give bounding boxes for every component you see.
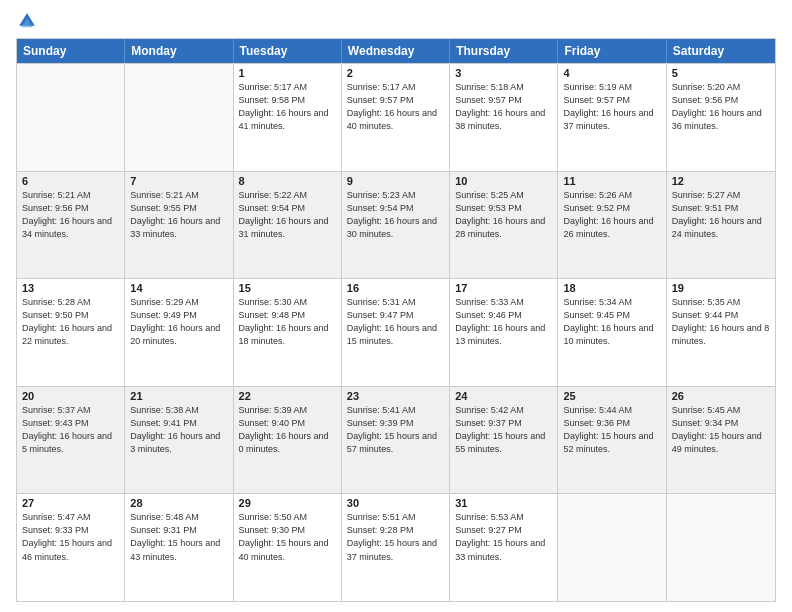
header-cell-sunday: Sunday bbox=[17, 39, 125, 63]
day-number: 8 bbox=[239, 175, 336, 187]
day-number: 24 bbox=[455, 390, 552, 402]
day-number: 16 bbox=[347, 282, 444, 294]
day-cell-14: 14Sunrise: 5:29 AM Sunset: 9:49 PM Dayli… bbox=[125, 279, 233, 386]
day-info: Sunrise: 5:26 AM Sunset: 9:52 PM Dayligh… bbox=[563, 189, 660, 241]
day-cell-16: 16Sunrise: 5:31 AM Sunset: 9:47 PM Dayli… bbox=[342, 279, 450, 386]
header-cell-friday: Friday bbox=[558, 39, 666, 63]
day-number: 10 bbox=[455, 175, 552, 187]
day-number: 28 bbox=[130, 497, 227, 509]
day-number: 3 bbox=[455, 67, 552, 79]
day-cell-7: 7Sunrise: 5:21 AM Sunset: 9:55 PM Daylig… bbox=[125, 172, 233, 279]
day-cell-11: 11Sunrise: 5:26 AM Sunset: 9:52 PM Dayli… bbox=[558, 172, 666, 279]
day-cell-1: 1Sunrise: 5:17 AM Sunset: 9:58 PM Daylig… bbox=[234, 64, 342, 171]
day-cell-18: 18Sunrise: 5:34 AM Sunset: 9:45 PM Dayli… bbox=[558, 279, 666, 386]
day-info: Sunrise: 5:41 AM Sunset: 9:39 PM Dayligh… bbox=[347, 404, 444, 456]
header-cell-saturday: Saturday bbox=[667, 39, 775, 63]
day-info: Sunrise: 5:50 AM Sunset: 9:30 PM Dayligh… bbox=[239, 511, 336, 563]
day-cell-20: 20Sunrise: 5:37 AM Sunset: 9:43 PM Dayli… bbox=[17, 387, 125, 494]
day-info: Sunrise: 5:37 AM Sunset: 9:43 PM Dayligh… bbox=[22, 404, 119, 456]
day-info: Sunrise: 5:25 AM Sunset: 9:53 PM Dayligh… bbox=[455, 189, 552, 241]
day-cell-2: 2Sunrise: 5:17 AM Sunset: 9:57 PM Daylig… bbox=[342, 64, 450, 171]
day-number: 15 bbox=[239, 282, 336, 294]
day-number: 27 bbox=[22, 497, 119, 509]
day-number: 31 bbox=[455, 497, 552, 509]
day-cell-25: 25Sunrise: 5:44 AM Sunset: 9:36 PM Dayli… bbox=[558, 387, 666, 494]
day-number: 21 bbox=[130, 390, 227, 402]
day-info: Sunrise: 5:42 AM Sunset: 9:37 PM Dayligh… bbox=[455, 404, 552, 456]
day-info: Sunrise: 5:17 AM Sunset: 9:57 PM Dayligh… bbox=[347, 81, 444, 133]
day-info: Sunrise: 5:20 AM Sunset: 9:56 PM Dayligh… bbox=[672, 81, 770, 133]
empty-cell bbox=[17, 64, 125, 171]
day-number: 4 bbox=[563, 67, 660, 79]
day-number: 22 bbox=[239, 390, 336, 402]
day-number: 2 bbox=[347, 67, 444, 79]
day-info: Sunrise: 5:51 AM Sunset: 9:28 PM Dayligh… bbox=[347, 511, 444, 563]
day-info: Sunrise: 5:35 AM Sunset: 9:44 PM Dayligh… bbox=[672, 296, 770, 348]
day-info: Sunrise: 5:30 AM Sunset: 9:48 PM Dayligh… bbox=[239, 296, 336, 348]
day-cell-12: 12Sunrise: 5:27 AM Sunset: 9:51 PM Dayli… bbox=[667, 172, 775, 279]
week-row-3: 13Sunrise: 5:28 AM Sunset: 9:50 PM Dayli… bbox=[17, 278, 775, 386]
day-number: 7 bbox=[130, 175, 227, 187]
day-cell-17: 17Sunrise: 5:33 AM Sunset: 9:46 PM Dayli… bbox=[450, 279, 558, 386]
day-cell-6: 6Sunrise: 5:21 AM Sunset: 9:56 PM Daylig… bbox=[17, 172, 125, 279]
day-info: Sunrise: 5:31 AM Sunset: 9:47 PM Dayligh… bbox=[347, 296, 444, 348]
logo-icon bbox=[16, 10, 38, 32]
day-cell-15: 15Sunrise: 5:30 AM Sunset: 9:48 PM Dayli… bbox=[234, 279, 342, 386]
day-info: Sunrise: 5:19 AM Sunset: 9:57 PM Dayligh… bbox=[563, 81, 660, 133]
week-row-4: 20Sunrise: 5:37 AM Sunset: 9:43 PM Dayli… bbox=[17, 386, 775, 494]
day-info: Sunrise: 5:34 AM Sunset: 9:45 PM Dayligh… bbox=[563, 296, 660, 348]
empty-cell bbox=[667, 494, 775, 601]
day-number: 30 bbox=[347, 497, 444, 509]
day-cell-4: 4Sunrise: 5:19 AM Sunset: 9:57 PM Daylig… bbox=[558, 64, 666, 171]
day-cell-5: 5Sunrise: 5:20 AM Sunset: 9:56 PM Daylig… bbox=[667, 64, 775, 171]
day-info: Sunrise: 5:47 AM Sunset: 9:33 PM Dayligh… bbox=[22, 511, 119, 563]
day-cell-26: 26Sunrise: 5:45 AM Sunset: 9:34 PM Dayli… bbox=[667, 387, 775, 494]
day-number: 13 bbox=[22, 282, 119, 294]
day-info: Sunrise: 5:38 AM Sunset: 9:41 PM Dayligh… bbox=[130, 404, 227, 456]
day-info: Sunrise: 5:44 AM Sunset: 9:36 PM Dayligh… bbox=[563, 404, 660, 456]
day-number: 12 bbox=[672, 175, 770, 187]
day-number: 5 bbox=[672, 67, 770, 79]
day-number: 19 bbox=[672, 282, 770, 294]
day-cell-29: 29Sunrise: 5:50 AM Sunset: 9:30 PM Dayli… bbox=[234, 494, 342, 601]
day-info: Sunrise: 5:23 AM Sunset: 9:54 PM Dayligh… bbox=[347, 189, 444, 241]
header-cell-wednesday: Wednesday bbox=[342, 39, 450, 63]
header bbox=[16, 12, 776, 32]
day-cell-23: 23Sunrise: 5:41 AM Sunset: 9:39 PM Dayli… bbox=[342, 387, 450, 494]
day-info: Sunrise: 5:48 AM Sunset: 9:31 PM Dayligh… bbox=[130, 511, 227, 563]
day-number: 23 bbox=[347, 390, 444, 402]
day-cell-21: 21Sunrise: 5:38 AM Sunset: 9:41 PM Dayli… bbox=[125, 387, 233, 494]
day-cell-10: 10Sunrise: 5:25 AM Sunset: 9:53 PM Dayli… bbox=[450, 172, 558, 279]
day-cell-8: 8Sunrise: 5:22 AM Sunset: 9:54 PM Daylig… bbox=[234, 172, 342, 279]
week-row-2: 6Sunrise: 5:21 AM Sunset: 9:56 PM Daylig… bbox=[17, 171, 775, 279]
day-info: Sunrise: 5:22 AM Sunset: 9:54 PM Dayligh… bbox=[239, 189, 336, 241]
day-info: Sunrise: 5:21 AM Sunset: 9:56 PM Dayligh… bbox=[22, 189, 119, 241]
empty-cell bbox=[558, 494, 666, 601]
week-row-5: 27Sunrise: 5:47 AM Sunset: 9:33 PM Dayli… bbox=[17, 493, 775, 601]
calendar-header: SundayMondayTuesdayWednesdayThursdayFrid… bbox=[17, 39, 775, 63]
calendar-body: 1Sunrise: 5:17 AM Sunset: 9:58 PM Daylig… bbox=[17, 63, 775, 601]
day-cell-19: 19Sunrise: 5:35 AM Sunset: 9:44 PM Dayli… bbox=[667, 279, 775, 386]
day-info: Sunrise: 5:53 AM Sunset: 9:27 PM Dayligh… bbox=[455, 511, 552, 563]
day-cell-30: 30Sunrise: 5:51 AM Sunset: 9:28 PM Dayli… bbox=[342, 494, 450, 601]
day-info: Sunrise: 5:28 AM Sunset: 9:50 PM Dayligh… bbox=[22, 296, 119, 348]
day-info: Sunrise: 5:29 AM Sunset: 9:49 PM Dayligh… bbox=[130, 296, 227, 348]
empty-cell bbox=[125, 64, 233, 171]
day-info: Sunrise: 5:17 AM Sunset: 9:58 PM Dayligh… bbox=[239, 81, 336, 133]
day-cell-31: 31Sunrise: 5:53 AM Sunset: 9:27 PM Dayli… bbox=[450, 494, 558, 601]
header-cell-thursday: Thursday bbox=[450, 39, 558, 63]
calendar: SundayMondayTuesdayWednesdayThursdayFrid… bbox=[16, 38, 776, 602]
logo bbox=[16, 12, 42, 32]
header-cell-tuesday: Tuesday bbox=[234, 39, 342, 63]
day-cell-24: 24Sunrise: 5:42 AM Sunset: 9:37 PM Dayli… bbox=[450, 387, 558, 494]
day-info: Sunrise: 5:39 AM Sunset: 9:40 PM Dayligh… bbox=[239, 404, 336, 456]
day-info: Sunrise: 5:18 AM Sunset: 9:57 PM Dayligh… bbox=[455, 81, 552, 133]
day-number: 9 bbox=[347, 175, 444, 187]
day-number: 20 bbox=[22, 390, 119, 402]
week-row-1: 1Sunrise: 5:17 AM Sunset: 9:58 PM Daylig… bbox=[17, 63, 775, 171]
day-number: 29 bbox=[239, 497, 336, 509]
day-cell-27: 27Sunrise: 5:47 AM Sunset: 9:33 PM Dayli… bbox=[17, 494, 125, 601]
day-cell-9: 9Sunrise: 5:23 AM Sunset: 9:54 PM Daylig… bbox=[342, 172, 450, 279]
day-info: Sunrise: 5:33 AM Sunset: 9:46 PM Dayligh… bbox=[455, 296, 552, 348]
day-cell-13: 13Sunrise: 5:28 AM Sunset: 9:50 PM Dayli… bbox=[17, 279, 125, 386]
